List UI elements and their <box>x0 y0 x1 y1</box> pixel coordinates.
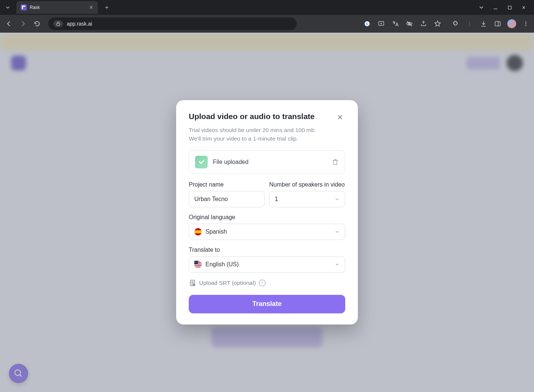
translate-to-select[interactable]: English (US) <box>189 256 345 273</box>
svg-rect-1 <box>57 23 60 26</box>
original-language-value: Spanish <box>205 228 227 235</box>
titlebar: Rask ✕ ＋ ✕ <box>0 0 534 15</box>
share-icon[interactable] <box>419 19 428 28</box>
side-panel-icon[interactable] <box>493 19 502 28</box>
upload-srt-link[interactable]: Upload SRT (optional) ! <box>189 279 345 287</box>
extensions-icon[interactable] <box>451 19 460 28</box>
info-icon[interactable]: ! <box>259 280 266 286</box>
svg-rect-6 <box>495 22 500 26</box>
tab-close-icon[interactable]: ✕ <box>89 4 93 10</box>
reload-button[interactable] <box>32 19 42 29</box>
file-status-text: File uploaded <box>213 159 326 165</box>
window-controls: ✕ <box>478 5 534 10</box>
project-name-label: Project name <box>189 181 265 188</box>
upload-srt-label: Upload SRT (optional) <box>199 280 256 286</box>
tab-search-dropdown[interactable] <box>2 2 13 13</box>
srt-file-icon <box>189 279 196 287</box>
chevron-down-icon <box>334 197 340 202</box>
upload-modal: Upload video or audio to translate Trial… <box>176 100 358 325</box>
spain-flag-icon <box>194 228 202 235</box>
modal-title: Upload video or audio to translate <box>189 112 335 121</box>
translate-icon[interactable] <box>391 19 400 28</box>
svg-point-9 <box>525 25 527 26</box>
back-button[interactable] <box>4 19 14 29</box>
svg-text:G: G <box>366 22 368 26</box>
file-check-icon <box>195 156 208 168</box>
profile-avatar[interactable] <box>507 19 516 28</box>
subtitle-line-2: We'll trim your video to a 1-minute tria… <box>189 135 298 142</box>
chevron-down-icon <box>334 229 340 234</box>
address-bar[interactable]: app.rask.ai <box>48 17 297 30</box>
menu-icon[interactable] <box>521 19 530 28</box>
forward-button[interactable] <box>18 19 28 29</box>
project-name-field[interactable] <box>194 196 259 202</box>
translate-button[interactable]: Translate <box>189 295 345 313</box>
close-window-icon[interactable]: ✕ <box>520 5 527 10</box>
speakers-value: 1 <box>275 196 278 202</box>
bookmark-icon[interactable] <box>433 19 442 28</box>
downloads-icon[interactable] <box>479 19 488 28</box>
tab-favicon <box>21 4 27 10</box>
translate-button-label: Translate <box>252 300 281 308</box>
original-language-select[interactable]: Spanish <box>189 224 345 240</box>
site-info-icon[interactable] <box>53 20 63 27</box>
minimize-icon[interactable] <box>492 5 499 10</box>
svg-point-8 <box>525 23 527 24</box>
close-button[interactable] <box>335 112 345 122</box>
toolbar-right: G | <box>363 19 530 28</box>
translate-to-value: English (US) <box>205 261 239 268</box>
translate-to-label: Translate to <box>189 247 345 253</box>
svg-point-7 <box>525 22 527 23</box>
browser-tab[interactable]: Rask ✕ <box>16 1 98 14</box>
new-tab-button[interactable]: ＋ <box>102 2 112 13</box>
divider: | <box>465 19 474 28</box>
page-content: Upload video or audio to translate Trial… <box>0 33 534 392</box>
us-flag-icon <box>194 261 202 268</box>
install-app-icon[interactable] <box>377 19 386 28</box>
file-uploaded-card: File uploaded <box>189 150 345 174</box>
google-icon[interactable]: G <box>363 19 372 28</box>
incognito-icon[interactable] <box>405 19 414 28</box>
tab-title: Rask <box>30 5 86 10</box>
url-text: app.rask.ai <box>67 21 92 27</box>
maximize-icon[interactable] <box>506 5 513 10</box>
subtitle-line-1: Trial videos should be under 20 mins and… <box>189 127 316 133</box>
modal-subtitle: Trial videos should be under 20 mins and… <box>189 126 345 143</box>
browser-toolbar: app.rask.ai G | <box>0 15 534 33</box>
modal-overlay[interactable]: Upload video or audio to translate Trial… <box>0 33 534 392</box>
svg-rect-0 <box>508 6 511 9</box>
speakers-select[interactable]: 1 <box>269 191 345 207</box>
original-language-label: Original language <box>189 214 345 221</box>
delete-file-button[interactable] <box>332 158 339 166</box>
speakers-label: Number of speakers in video <box>269 181 345 188</box>
chevron-down-icon <box>334 262 340 267</box>
chevron-down-icon[interactable] <box>478 5 485 10</box>
project-name-input[interactable] <box>189 191 265 207</box>
